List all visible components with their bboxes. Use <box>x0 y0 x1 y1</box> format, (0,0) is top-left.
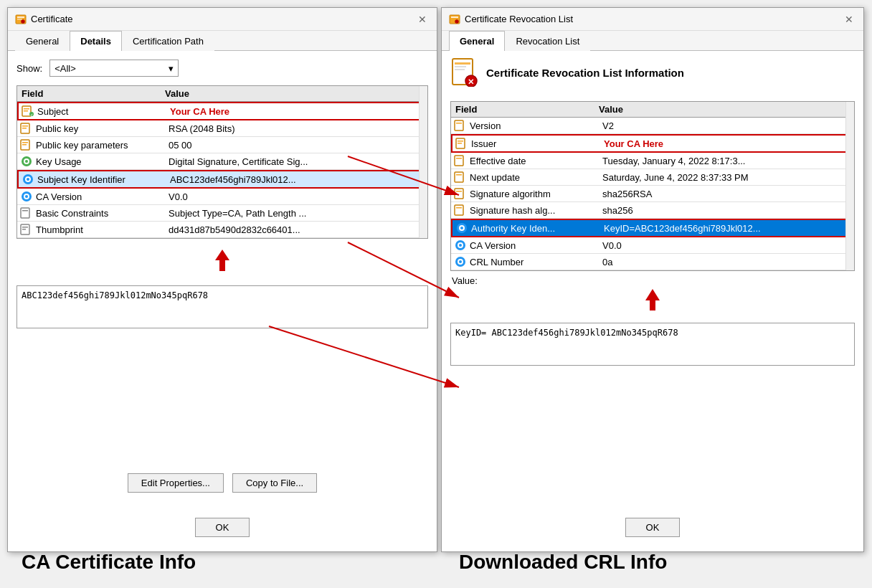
crl-tab-general[interactable]: General <box>449 31 505 51</box>
crl-row-next-update[interactable]: Next update Saturday, June 4, 2022 8:37:… <box>451 169 854 186</box>
crl-title: Certificate Revocation List <box>465 14 573 24</box>
crl-scrollbar[interactable] <box>845 102 854 270</box>
svg-point-24 <box>25 195 28 198</box>
svg-rect-46 <box>455 156 463 166</box>
subject-value: Your CA Here <box>170 106 423 117</box>
cert-tab-details[interactable]: Details <box>70 31 122 51</box>
crl-row-version[interactable]: Version V2 <box>451 118 854 134</box>
svg-rect-37 <box>455 66 466 67</box>
crl-close-button[interactable]: ✕ <box>842 12 856 27</box>
show-dropdown[interactable]: <All> ▾ <box>49 60 179 77</box>
svg-rect-50 <box>455 189 463 199</box>
svg-rect-25 <box>21 208 29 218</box>
crl-title-icon <box>449 14 460 25</box>
crl-row-ca-version[interactable]: CA Version V0.0 <box>451 237 854 254</box>
date-icon <box>454 154 467 167</box>
cert-value-content: ABC123def456ghi789Jkl012mNo345pqR678 <box>22 290 208 300</box>
crl-window: Certificate Revocation List ✕ General Re… <box>441 7 864 552</box>
crl-down-arrow-icon <box>638 288 667 313</box>
cert-row-ca-version[interactable]: CA Version V0.0 <box>17 189 427 205</box>
cert-row-thumbprint[interactable]: Thumbprint dd431d87b5490d2832c66401... <box>17 222 427 238</box>
cert-row-subject-key[interactable]: Subject Key Identifier ABC123def456ghi78… <box>17 170 427 189</box>
show-label: Show: <box>16 63 42 74</box>
cert-scrollbar[interactable] <box>419 86 427 238</box>
cert-row-key-usage[interactable]: Key Usage Digital Signature, Certificate… <box>17 153 427 170</box>
effective-date-field: Effective date <box>470 156 602 166</box>
svg-rect-36 <box>455 62 470 65</box>
cert-field-icon: ✓ <box>22 105 34 118</box>
crl-col-value: Value <box>599 104 850 115</box>
crl-row-issuer[interactable]: Issuer Your CA Here <box>451 134 854 153</box>
subject-key-icon <box>22 173 34 186</box>
cert-row-public-key-params[interactable]: Public key parameters 05 00 <box>17 137 427 153</box>
cert-row-basic-constraints[interactable]: Basic Constraints Subject Type=CA, Path … <box>17 205 427 222</box>
svg-rect-32 <box>451 16 458 18</box>
crl-content: Field Value Version V2 <box>442 101 863 374</box>
svg-rect-41 <box>455 120 463 131</box>
crl-number-field: CRL Number <box>470 257 602 267</box>
crl-ok-button[interactable]: OK <box>625 518 681 537</box>
crl-ca-version-value: V0.0 <box>602 240 851 251</box>
ca-version-value: V0.0 <box>169 191 425 202</box>
crl-number-icon <box>454 255 467 268</box>
svg-rect-11 <box>22 125 28 127</box>
crl-row-crl-number[interactable]: CRL Number 0a <box>451 254 854 270</box>
crl-cert-icon: ✕ <box>452 58 478 87</box>
cert-tab-certification-path[interactable]: Certification Path <box>122 31 214 51</box>
cert-title: Certificate <box>31 14 73 24</box>
crl-row-effective-date[interactable]: Effective date Tuesday, January 4, 2022 … <box>451 153 854 169</box>
sig-alg-value: sha256RSA <box>602 189 851 199</box>
svg-rect-28 <box>22 227 28 228</box>
svg-rect-1 <box>17 16 24 18</box>
svg-point-62 <box>459 260 462 263</box>
cert-value-box: ABC123def456ghi789Jkl012mNo345pqR678 <box>16 285 428 328</box>
cert-button-row: Edit Properties... Copy to File... <box>8 465 437 501</box>
subject-key-field: Subject Key Identifier <box>37 174 170 185</box>
svg-marker-30 <box>215 250 229 271</box>
cert-tab-general[interactable]: General <box>15 31 70 51</box>
key-usage-icon <box>20 155 33 168</box>
svg-rect-26 <box>22 210 28 212</box>
crl-row-sig-alg[interactable]: Signature algorithm sha256RSA <box>451 186 854 202</box>
effective-date-value: Tuesday, January 4, 2022 8:17:3... <box>602 156 851 166</box>
authority-key-field: Authority Key Iden... <box>471 223 604 234</box>
show-value: <All> <box>54 63 76 74</box>
svg-rect-47 <box>456 158 462 159</box>
cert-row-subject[interactable]: ✓ Subject Your CA Here <box>17 102 427 120</box>
cert-col-field: Field <box>22 88 165 99</box>
issuer-value: Your CA Here <box>604 138 850 149</box>
svg-rect-48 <box>455 172 463 182</box>
edit-properties-button[interactable]: Edit Properties... <box>128 473 224 493</box>
svg-point-59 <box>459 244 462 247</box>
svg-rect-7 <box>24 110 28 112</box>
issuer-icon <box>455 137 468 150</box>
key-usage-value: Digital Signature, Certificate Sig... <box>169 156 425 167</box>
cert-field-icon-2 <box>20 122 33 135</box>
crl-row-authority-key[interactable]: Authority Key Iden... KeyID=ABC123def456… <box>451 219 854 237</box>
svg-text:✕: ✕ <box>468 77 474 86</box>
crl-ca-version-field: CA Version <box>470 240 602 251</box>
crl-table-header: Field Value <box>451 102 854 118</box>
cert-row-public-key[interactable]: Public key RSA (2048 Bits) <box>17 120 427 137</box>
crl-row-sig-hash[interactable]: Signature hash alg... sha256 <box>451 202 854 219</box>
svg-rect-42 <box>456 123 462 124</box>
sig-hash-field: Signature hash alg... <box>470 205 602 216</box>
version-field: Version <box>470 120 602 131</box>
public-key-params-field: Public key parameters <box>36 140 169 151</box>
basic-constraints-field: Basic Constraints <box>36 208 169 219</box>
crl-tab-revocation-list[interactable]: Revocation List <box>505 31 590 51</box>
cert-col-value: Value <box>165 88 423 99</box>
copy-to-file-button[interactable]: Copy to File... <box>232 473 317 493</box>
svg-rect-6 <box>24 108 29 110</box>
svg-rect-38 <box>455 69 465 70</box>
cert-table-body: ✓ Subject Your CA Here Public key R <box>17 102 427 238</box>
basic-constraints-value: Subject Type=CA, Path Length ... <box>169 208 425 219</box>
cert-title-bar: Certificate ✕ <box>8 8 437 31</box>
cert-down-arrow <box>16 243 428 280</box>
cert-close-button[interactable]: ✕ <box>415 12 430 27</box>
thumbprint-value: dd431d87b5490d2832c66401... <box>169 224 425 235</box>
cert-ok-button[interactable]: OK <box>195 518 250 537</box>
basic-constraints-icon <box>20 207 33 219</box>
svg-text:✓: ✓ <box>30 113 33 117</box>
thumbprint-icon <box>20 223 33 236</box>
